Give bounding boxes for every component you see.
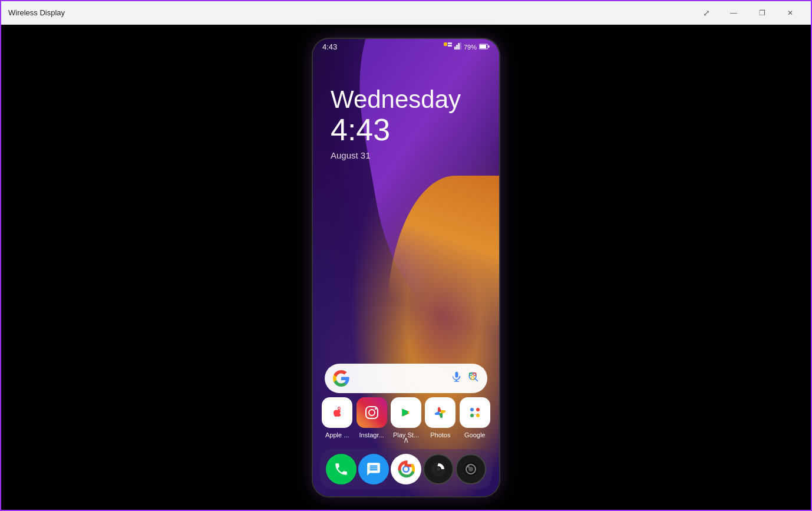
dock-messages[interactable] [358, 454, 389, 484]
dock-camera3[interactable] [455, 454, 486, 484]
app-item-playstore[interactable]: Play St... [389, 397, 423, 439]
lock-date: August 31 [331, 150, 461, 160]
dock [320, 449, 492, 489]
signal-icon [454, 42, 461, 51]
minimize-button[interactable]: — [720, 4, 747, 22]
apple-icon [322, 397, 352, 428]
svg-point-18 [369, 410, 375, 416]
minimize-icon: — [730, 9, 737, 17]
svg-rect-4 [456, 45, 458, 50]
svg-point-28 [476, 408, 480, 411]
dock-camera2[interactable] [423, 454, 454, 484]
expand-controls: ⤢ [698, 4, 715, 22]
wifi-icon [444, 42, 452, 51]
google-label: Google [458, 431, 492, 439]
photos-label: Photos [423, 431, 457, 439]
battery-text: 79% [464, 44, 477, 51]
expand-button[interactable]: ⤢ [698, 4, 715, 22]
svg-point-31 [474, 411, 476, 414]
lock-time: 4:43 [331, 113, 461, 147]
svg-rect-9 [480, 45, 486, 48]
photos-icon [425, 397, 455, 428]
playstore-label: Play St... [389, 431, 423, 439]
lock-info: Wednesday 4:43 August 31 [331, 86, 461, 160]
close-button[interactable]: ✕ [777, 4, 804, 22]
app-item-instagram[interactable]: Instagr... [355, 397, 389, 439]
svg-rect-3 [454, 47, 456, 50]
search-bar[interactable] [325, 364, 487, 393]
svg-rect-8 [488, 45, 490, 48]
svg-rect-1 [448, 42, 452, 44]
window-controls: — ❐ ✕ [720, 4, 804, 22]
apple-label: Apple ... [320, 431, 354, 439]
svg-rect-0 [444, 42, 447, 46]
svg-point-27 [470, 408, 474, 411]
dock-phone[interactable] [326, 454, 357, 484]
app-item-photos[interactable]: Photos [423, 397, 457, 439]
svg-marker-23 [408, 411, 409, 413]
content-area: 4:43 [1, 25, 811, 510]
wireless-display-window: Wireless Display ⤢ — ❐ ✕ 4:43 [0, 0, 812, 511]
instagram-label: Instagr... [355, 431, 389, 439]
lock-day: Wednesday [331, 86, 461, 113]
google-icon [460, 397, 490, 428]
app-row: Apple ... Instagr... [320, 397, 492, 439]
titlebar: Wireless Display ⤢ — ❐ ✕ [1, 1, 811, 25]
svg-rect-2 [448, 45, 452, 47]
svg-point-25 [432, 404, 448, 421]
phone-screen[interactable]: 4:43 [312, 38, 500, 497]
status-time: 4:43 [322, 42, 337, 51]
playstore-icon [391, 397, 421, 428]
maximize-icon: ❐ [759, 9, 765, 17]
battery-icon [479, 44, 490, 51]
microphone-icon[interactable] [451, 371, 463, 385]
app-item-google[interactable]: Google [458, 397, 492, 439]
svg-point-42 [467, 466, 470, 468]
svg-point-38 [437, 467, 440, 471]
instagram-icon [357, 397, 387, 428]
window-title: Wireless Display [8, 8, 65, 17]
svg-point-35 [404, 467, 408, 471]
svg-point-19 [375, 408, 377, 410]
svg-line-14 [476, 379, 478, 381]
google-logo [333, 370, 349, 387]
status-bar: 4:43 [313, 39, 499, 55]
status-icons: 79% [444, 42, 490, 51]
lens-icon[interactable] [467, 371, 479, 385]
maximize-button[interactable]: ❐ [748, 4, 775, 22]
svg-rect-6 [460, 42, 461, 50]
svg-rect-5 [458, 43, 460, 50]
app-item-apple[interactable]: Apple ... [320, 397, 354, 439]
close-icon: ✕ [787, 9, 793, 17]
dock-chrome[interactable] [391, 454, 421, 484]
